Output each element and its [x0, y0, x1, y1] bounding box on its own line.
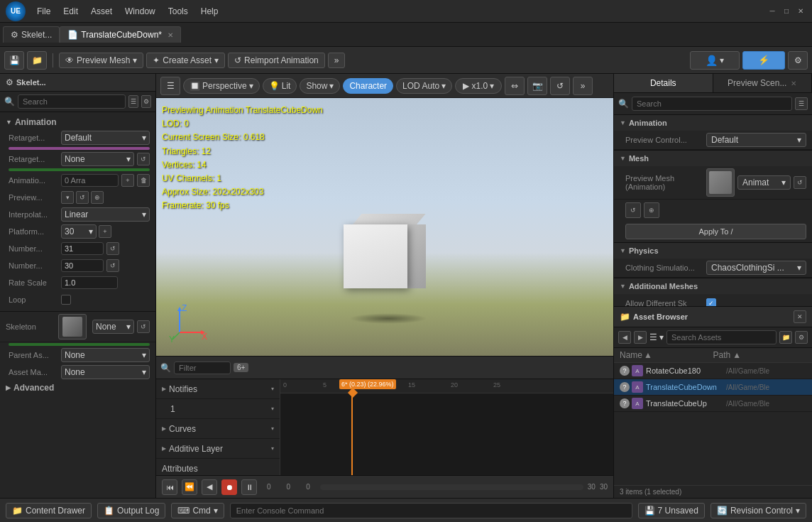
platform-dropdown[interactable]: 30 ▾	[61, 224, 97, 239]
interpolate-dropdown[interactable]: Linear ▾	[61, 207, 150, 222]
animation-del-btn[interactable]: 🗑	[137, 174, 150, 187]
animation-toolbar-btn[interactable]: ⚡	[742, 51, 785, 70]
asset-row-2[interactable]: ? A TranslateCubeUp /All/Game/Ble	[614, 396, 812, 412]
preview-copy-btn[interactable]: ⊕	[91, 191, 104, 204]
output-log-button[interactable]: 📋 Output Log	[97, 503, 165, 518]
mesh-forward-btn[interactable]: ⊕	[644, 202, 659, 218]
perspective-button[interactable]: 🔲 Perspective ▾	[183, 78, 260, 94]
col-path-header[interactable]: Path ▲	[713, 350, 807, 360]
number1-reset[interactable]: ↺	[106, 242, 119, 255]
mesh-dropdown[interactable]: Animat ▾	[737, 175, 791, 190]
asset-filter-btn[interactable]: ☰ ▾	[649, 332, 664, 342]
tab-skeleton[interactable]: ⚙ Skelet...	[3, 26, 60, 43]
tab-asset[interactable]: 📄 TranslateCubeDown* ✕	[60, 26, 181, 43]
viewport-canvas[interactable]: Z X Y Previewing Animation TranslateCube…	[156, 98, 613, 356]
close-button[interactable]: ✕	[795, 6, 806, 17]
notifies-add-btn[interactable]: ▾	[271, 386, 274, 392]
save-button[interactable]: 💾	[4, 51, 24, 70]
number2-input[interactable]	[61, 259, 104, 272]
attributes-track[interactable]: Attributes	[156, 459, 280, 475]
cmd-button[interactable]: ⌨ Cmd ▾	[171, 503, 224, 518]
preview-dropdown-btn[interactable]: ▾	[61, 191, 74, 204]
character-button[interactable]: Character	[343, 78, 393, 94]
pause-button[interactable]: ⏸	[241, 479, 257, 495]
viewport-camera-btn[interactable]: 📷	[527, 77, 547, 95]
parent-as-dropdown[interactable]: None▾	[61, 348, 150, 362]
asset-row-0[interactable]: ? A RotateCube180 /All/Game/Ble	[614, 363, 812, 379]
unsaved-button[interactable]: 💾 7 Unsaved	[638, 503, 705, 518]
timeline-ruler[interactable]: 0 5 10 15 20 25 6* (0.23) (22.96%)	[280, 379, 613, 475]
console-input[interactable]	[230, 503, 632, 518]
left-search-input[interactable]	[18, 94, 126, 109]
skeleton-reset[interactable]: ↺	[137, 320, 150, 333]
go-start-button[interactable]: ⏮	[162, 479, 177, 495]
curves-add-btn[interactable]: ▾	[271, 425, 274, 432]
menu-window[interactable]: Window	[119, 4, 161, 18]
asset-ma-dropdown[interactable]: None▾	[61, 365, 150, 379]
retarget1-dropdown[interactable]: Default ▾	[61, 131, 150, 145]
details-list-view-btn[interactable]: ☰	[795, 97, 808, 110]
mesh-back-btn[interactable]: ↺	[625, 202, 641, 218]
asset-settings-btn[interactable]: ⚙	[795, 331, 808, 344]
mesh-reset-btn[interactable]: ↺	[794, 176, 806, 189]
additive-layer-add-btn[interactable]: ▾	[271, 445, 274, 452]
retarget2-dropdown[interactable]: None ▾	[61, 152, 134, 166]
lod-button[interactable]: LOD Auto ▾	[396, 78, 452, 94]
reimport-button[interactable]: ↺ Reimport Animation	[228, 53, 325, 68]
content-drawer-button[interactable]: 📁 Content Drawer	[6, 503, 92, 518]
curves-track[interactable]: ▶ Curves ▾	[156, 419, 280, 439]
lit-button[interactable]: 💡 Lit	[263, 78, 297, 94]
minimize-button[interactable]: ─	[767, 6, 778, 17]
animation-add-btn[interactable]: +	[121, 174, 134, 187]
settings-left-button[interactable]: ⚙	[141, 95, 151, 108]
menu-help[interactable]: Help	[195, 4, 224, 18]
preview-control-dropdown[interactable]: Default ▾	[706, 133, 806, 147]
apply-to-button[interactable]: Apply To /	[625, 224, 806, 239]
animation-section-header[interactable]: ▼ Animation	[0, 115, 155, 129]
col-name-header[interactable]: Name ▲	[620, 350, 713, 360]
asset-folder-btn[interactable]: 📁	[779, 331, 792, 344]
maximize-button[interactable]: □	[781, 6, 792, 17]
number2-reset[interactable]: ↺	[106, 259, 119, 272]
preview-refresh-btn[interactable]: ↺	[76, 191, 89, 204]
menu-file[interactable]: File	[31, 4, 56, 18]
tab-details[interactable]: Details	[614, 74, 713, 92]
prev-frame-button[interactable]: ◀	[202, 479, 217, 495]
show-button[interactable]: Show ▾	[300, 78, 340, 94]
list-view-button[interactable]: ☰	[128, 95, 138, 108]
details-physics-header[interactable]: ▼ Physics	[614, 243, 812, 259]
timeline-filter-input[interactable]	[174, 361, 231, 374]
viewport-menu-button[interactable]: ☰	[160, 77, 180, 95]
menu-asset[interactable]: Asset	[85, 4, 118, 18]
viewport-more-btn[interactable]: »	[573, 77, 593, 95]
toolbar-more-button[interactable]: »	[328, 53, 346, 68]
advanced-section-header[interactable]: ▶ Advanced	[0, 381, 155, 395]
details-mesh-header[interactable]: ▼ Mesh	[614, 151, 812, 166]
transport-slider[interactable]	[320, 484, 583, 490]
asset-back-btn[interactable]: ◀	[618, 331, 631, 344]
play-speed-button[interactable]: ▶ x1.0 ▾	[455, 78, 502, 94]
platform-add-btn[interactable]: +	[99, 225, 111, 238]
settings-toolbar-btn[interactable]: ⚙	[788, 51, 808, 70]
details-animation-header[interactable]: ▼ Animation	[614, 115, 812, 131]
loop-checkbox[interactable]	[61, 295, 71, 305]
notifies-track[interactable]: ▶ Notifies ▾	[156, 379, 280, 399]
viewport-refresh-btn[interactable]: ↺	[550, 77, 570, 95]
asset-browser-close-btn[interactable]: ✕	[794, 310, 806, 323]
step-back-button[interactable]: ⏪	[182, 479, 197, 495]
additive-layer-track[interactable]: ▶ Additive Layer ▾	[156, 439, 280, 459]
preview-mesh-button[interactable]: 👁 Preview Mesh ▾	[59, 53, 143, 68]
details-search-input[interactable]	[632, 97, 792, 111]
tab-preview-scene[interactable]: Preview Scen... ✕	[713, 74, 813, 92]
tab-close-icon[interactable]: ✕	[168, 31, 173, 39]
asset-forward-btn[interactable]: ▶	[634, 331, 647, 344]
number1-input[interactable]	[61, 242, 104, 255]
clothing-dropdown[interactable]: ChaosClothingSi ... ▾	[706, 261, 806, 275]
record-button[interactable]: ⏺	[221, 479, 237, 495]
viewport-nav-btn[interactable]: ⇔	[505, 77, 525, 95]
character-icon-btn[interactable]: 👤 ▾	[690, 51, 740, 70]
menu-tools[interactable]: Tools	[163, 4, 194, 18]
create-asset-button[interactable]: ✦ Create Asset ▾	[146, 53, 225, 68]
menu-edit[interactable]: Edit	[57, 4, 84, 18]
rate-scale-input[interactable]	[61, 276, 118, 289]
